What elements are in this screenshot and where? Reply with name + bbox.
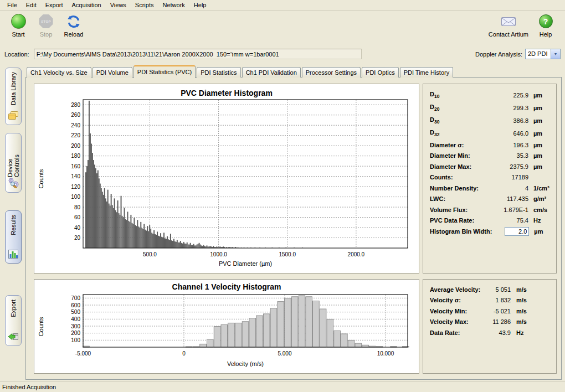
menu-item-acquisition[interactable]: Acquisition xyxy=(68,1,106,9)
status-bar: Finished Acquisition xyxy=(0,381,565,392)
menu-item-network[interactable]: Network xyxy=(158,1,189,9)
tab-processor-settings[interactable]: Processor Settings xyxy=(302,67,361,78)
svg-text:1500.0: 1500.0 xyxy=(279,251,296,257)
tab-pdi-time-history[interactable]: PDI Time History xyxy=(400,67,454,78)
stat-label: D10 xyxy=(430,91,490,99)
stat-row-diameter-max: Diameter Max:2375.9µm xyxy=(430,161,551,172)
stat-unit: µm xyxy=(528,117,551,124)
stat-label: Counts: xyxy=(430,174,490,180)
svg-text:100: 100 xyxy=(71,337,80,343)
menu-item-export[interactable]: Export xyxy=(41,1,68,9)
sidebar-button-label: Device Controls xyxy=(7,137,20,177)
svg-text:700: 700 xyxy=(71,295,80,301)
stat-value: 17189 xyxy=(490,174,528,180)
chevron-down-icon: ▼ xyxy=(551,49,560,59)
stat-unit: m/s xyxy=(511,318,551,325)
menu-item-views[interactable]: Views xyxy=(106,1,131,9)
stat-value: 646.0 xyxy=(490,130,528,137)
svg-text:240: 240 xyxy=(71,122,80,128)
svg-text:600: 600 xyxy=(71,302,80,308)
sidebar-button-device-controls[interactable]: Device Controls xyxy=(5,133,22,193)
stat-row-lwc: LWC:117.435g/m³ xyxy=(430,194,551,205)
svg-text:20: 20 xyxy=(74,235,81,241)
stop-button[interactable]: STOP Stop xyxy=(33,13,59,46)
svg-text:180: 180 xyxy=(71,153,80,159)
stat-label: Data Rate: xyxy=(430,329,489,336)
pvc-histogram-canvas: 2040608010012014016018020022024026028050… xyxy=(34,84,419,273)
sidebar-button-export[interactable]: Export xyxy=(5,295,22,346)
help-icon: ? xyxy=(539,14,553,28)
status-text: Finished Acquisition xyxy=(2,384,56,390)
velocity-statistics-panel: Average Velocity:5 051m/sVelocity σ:1 83… xyxy=(423,279,557,374)
menu-item-file[interactable]: File xyxy=(3,1,22,9)
pvc-diameter-histogram-panel: PVC Diameter Histogram Counts 2040608010… xyxy=(34,84,419,274)
reload-button[interactable]: Reload xyxy=(61,13,86,46)
stat-label: LWC: xyxy=(430,195,490,202)
velocity-histogram-canvas: 100200300400500600700-5.00005.00010.000 xyxy=(34,280,419,373)
stat-row-average-velocity: Average Velocity:5 051m/s xyxy=(430,284,551,295)
svg-text:2000.0: 2000.0 xyxy=(348,251,365,257)
svg-text:500: 500 xyxy=(71,309,80,315)
stat-row-data-rate: Data Rate:43.9Hz xyxy=(430,327,551,338)
sidebar-button-results[interactable]: Results xyxy=(5,210,22,264)
menu-item-help[interactable]: Help xyxy=(189,1,211,9)
svg-text:1000.0: 1000.0 xyxy=(210,251,227,257)
stat-unit: µm xyxy=(528,163,551,170)
tab-page-pdi-statistics-pvc: PVC Diameter Histogram Counts 2040608010… xyxy=(25,77,562,380)
tab-pdi-optics[interactable]: PDI Optics xyxy=(362,67,399,78)
stat-row-histogram-bin-width: Histogram Bin Width:µm xyxy=(430,226,551,237)
start-icon xyxy=(11,14,26,29)
stat-unit: m/s xyxy=(511,297,551,303)
stat-value: 11 286 xyxy=(489,318,511,325)
histogram-bin-width-input[interactable] xyxy=(505,227,529,236)
doppler-analysis-value: 2D PDI xyxy=(526,49,551,59)
stat-label: D20 xyxy=(430,104,490,112)
stat-value: 299.3 xyxy=(490,105,528,111)
stat-label: Velocity Max: xyxy=(430,318,489,325)
stat-row-counts: Counts:17189 xyxy=(430,172,551,183)
stat-unit: µm xyxy=(528,92,551,99)
velocity-histogram-panel: Channel 1 Velocity Histogram Counts 1002… xyxy=(34,279,419,374)
tab-pdi-statistics-pvc[interactable]: PDI Statistics (PVC) xyxy=(133,65,196,78)
menu-bar: FileEditExportAcquisitionViewsScriptsNet… xyxy=(0,0,565,11)
stat-value: 5 051 xyxy=(489,286,511,293)
start-button[interactable]: Start xyxy=(6,13,31,46)
tab-ch1-pdi-validation[interactable]: Ch1 PDI Validation xyxy=(242,67,301,78)
tab-ch1-velocity-vs-size[interactable]: Ch1 Velocity vs. Size xyxy=(27,67,91,78)
contact-artium-label: Contact Artium xyxy=(489,31,528,38)
sidebar-button-label: Data Library xyxy=(10,72,17,105)
stat-value: 117.435 xyxy=(490,195,528,202)
stat-unit: µm xyxy=(528,130,551,137)
sidebar-button-label: Export xyxy=(10,300,17,317)
tab-pdi-statistics[interactable]: PDI Statistics xyxy=(197,67,240,78)
svg-text:400: 400 xyxy=(71,316,80,322)
stat-label: Diameter Max: xyxy=(430,163,490,170)
stat-unit: 1/cm³ xyxy=(528,185,551,192)
tab-pdi-volume[interactable]: PDI Volume xyxy=(93,67,132,78)
location-input[interactable] xyxy=(34,49,362,59)
stat-unit: cm/s xyxy=(528,207,551,213)
doppler-analysis-select[interactable]: 2D PDI ▼ xyxy=(525,49,561,59)
stat-value: 4 xyxy=(490,185,528,192)
stat-row-velocity: Velocity σ:1 832m/s xyxy=(430,295,551,306)
contact-artium-button[interactable]: Contact Artium xyxy=(486,13,531,46)
stat-label: Velocity σ: xyxy=(430,297,489,303)
toolbar: Start STOP Stop Reload Contact Artium ? … xyxy=(0,11,565,46)
results-chart-icon xyxy=(8,249,19,260)
stat-row-d32: D32646.0µm xyxy=(430,127,551,140)
stat-label: PVC Data Rate: xyxy=(430,217,490,224)
stat-label: Histogram Bin Width: xyxy=(430,228,492,235)
help-button[interactable]: ? Help xyxy=(533,13,558,46)
stat-label: Volume Flux: xyxy=(430,207,490,213)
stat-row-d30: D30386.8µm xyxy=(430,114,551,127)
stop-icon: STOP xyxy=(39,14,53,29)
menu-item-scripts[interactable]: Scripts xyxy=(131,1,158,9)
stat-row-velocity-min: Velocity Min:-5 021m/s xyxy=(430,306,551,317)
stat-value: 43.9 xyxy=(489,329,511,336)
stat-unit: Hz xyxy=(528,217,551,224)
menu-item-edit[interactable]: Edit xyxy=(22,1,41,9)
svg-text:200: 200 xyxy=(71,330,80,336)
sidebar-button-data-library[interactable]: Data Library xyxy=(5,68,22,125)
svg-text:5.000: 5.000 xyxy=(278,350,291,357)
stat-row-d10: D10225.9µm xyxy=(430,89,551,101)
